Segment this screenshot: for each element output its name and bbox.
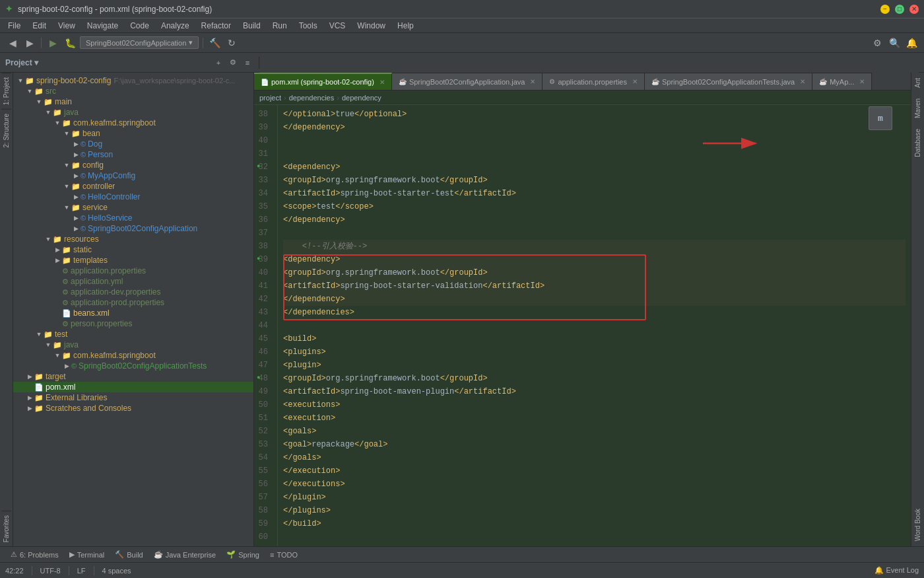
run-config-dropdown[interactable]: SpringBoot02ConfigApplication ▾ — [80, 36, 199, 49]
tab-appprops[interactable]: ⚙application.properties✕ — [543, 73, 645, 90]
code-line-4[interactable]: <dependency> — [283, 161, 906, 174]
toolbar-run-button[interactable]: ▶ — [46, 36, 60, 50]
menu-item-file[interactable]: File — [3, 20, 26, 32]
bottom-tab-java-enterprise[interactable]: ☕Java Enterprise — [148, 549, 221, 560]
code-line-13[interactable]: <artifactId>spring-boot-starter-validati… — [283, 279, 906, 293]
vtab-ant[interactable]: Ant — [913, 73, 923, 93]
tree-item-18[interactable]: ⚙application.properties — [13, 266, 253, 276]
code-line-0[interactable]: </optional>true</optional> — [283, 108, 906, 121]
tree-item-19[interactable]: ⚙application.yml — [13, 276, 253, 287]
code-line-14[interactable]: </dependency> — [283, 293, 906, 306]
toolbar-search-button[interactable]: 🔍 — [887, 36, 902, 50]
tree-item-22[interactable]: 📄beans.xml — [13, 308, 253, 318]
tree-item-26[interactable]: ▼📁com.keafmd.springboot — [13, 350, 253, 361]
code-line-31[interactable]: </build> — [283, 517, 906, 530]
editor-area[interactable]: 38394031●32333435363738●3940414243444546… — [254, 105, 911, 546]
tree-item-31[interactable]: ▶📁Scratches and Consoles — [13, 403, 253, 414]
tree-item-30[interactable]: ▶📁External Libraries — [13, 392, 253, 403]
vtab-database[interactable]: Database — [913, 124, 923, 163]
status-event-log[interactable]: 🔔 Event Log — [874, 566, 919, 575]
code-line-10[interactable]: <!--引入校验--> — [283, 240, 906, 253]
bottom-tab-6--problems[interactable]: ⚠6: Problems — [5, 549, 64, 560]
sidebar-close-icon[interactable]: ≡ — [242, 57, 253, 69]
tree-item-2[interactable]: ▼📁main — [13, 96, 253, 107]
menu-item-tools[interactable]: Tools — [294, 20, 323, 32]
tree-item-8[interactable]: ▼📁config — [13, 160, 253, 170]
tree-item-13[interactable]: ▶©HelloService — [13, 213, 253, 223]
tab-close-myap[interactable]: ✕ — [859, 78, 865, 85]
code-line-27[interactable]: </execution> — [283, 464, 906, 478]
code-line-21[interactable]: <artifactId>spring-boot-maven-plugin</ar… — [283, 385, 906, 398]
tab-close-apptests[interactable]: ✕ — [800, 78, 805, 85]
code-line-1[interactable]: </dependency> — [283, 121, 906, 134]
code-line-12[interactable]: <groupId>org.springframework.boot</group… — [283, 266, 906, 279]
code-line-5[interactable]: <groupId>org.springframework.boot</group… — [283, 174, 906, 187]
tab-pom[interactable]: 📄pom.xml (spring-boot-02-config)✕ — [254, 73, 392, 90]
menu-item-window[interactable]: Window — [352, 20, 391, 32]
toolbar-sync-button[interactable]: ↻ — [224, 36, 239, 50]
sidebar-add-button[interactable]: + — [213, 57, 224, 69]
menu-item-vcs[interactable]: VCS — [324, 20, 351, 32]
menu-item-code[interactable]: Code — [125, 20, 154, 32]
code-line-28[interactable]: </executions> — [283, 478, 906, 491]
tree-item-25[interactable]: ▼📁java — [13, 340, 253, 350]
maven-reload-button[interactable]: m — [869, 106, 892, 130]
tree-item-12[interactable]: ▼📁service — [13, 202, 253, 213]
tab-myap[interactable]: ☕MyAp...✕ — [812, 73, 872, 90]
tree-item-20[interactable]: ⚙application-dev.properties — [13, 287, 253, 297]
tree-item-15[interactable]: ▼📁resources — [13, 234, 253, 244]
vtab-structure[interactable]: 2: Structure — [1, 109, 11, 152]
bc-project[interactable]: project — [259, 94, 281, 102]
bc-dependencies[interactable]: dependencies — [289, 94, 335, 102]
tree-item-24[interactable]: ▼📁test — [13, 329, 253, 340]
vtab-wordbook[interactable]: Word Book — [913, 503, 923, 546]
code-line-3[interactable] — [283, 147, 906, 161]
code-line-22[interactable]: <executions> — [283, 398, 906, 412]
menu-item-refactor[interactable]: Refactor — [196, 20, 236, 32]
menu-item-view[interactable]: View — [53, 20, 81, 32]
tree-item-28[interactable]: ▶📁target — [13, 371, 253, 382]
code-line-18[interactable]: <plugins> — [283, 345, 906, 359]
menu-item-edit[interactable]: Edit — [27, 20, 51, 32]
tree-item-4[interactable]: ▼📁com.keafmd.springboot — [13, 118, 253, 128]
tree-item-27[interactable]: ▶©SpringBoot02ConfigApplicationTests — [13, 361, 253, 371]
tree-item-16[interactable]: ▶📁static — [13, 244, 253, 255]
code-line-25[interactable]: <goal>repackage</goal> — [283, 438, 906, 451]
toolbar-build-button[interactable]: 🔨 — [207, 36, 222, 50]
code-line-19[interactable]: <plugin> — [283, 359, 906, 372]
code-line-30[interactable]: </plugins> — [283, 504, 906, 517]
toolbar-forward-button[interactable]: ▶ — [22, 36, 37, 50]
tree-item-5[interactable]: ▼📁bean — [13, 128, 253, 139]
bottom-tab-terminal[interactable]: ▶Terminal — [64, 549, 110, 560]
tree-item-14[interactable]: ▶©SpringBoot02ConfigApplication — [13, 223, 253, 234]
tree-item-9[interactable]: ▶©MyAppConfig — [13, 170, 253, 181]
code-line-7[interactable]: <scope>test</scope> — [283, 200, 906, 213]
tree-item-29[interactable]: 📄pom.xml — [13, 382, 253, 392]
code-line-17[interactable]: <build> — [283, 332, 906, 345]
code-line-9[interactable] — [283, 227, 906, 240]
bc-dependency[interactable]: dependency — [342, 94, 381, 102]
close-button[interactable]: ✕ — [909, 5, 919, 14]
tab-app[interactable]: ☕SpringBoot02ConfigApplication.java✕ — [392, 73, 543, 90]
code-line-20[interactable]: <groupId>org.springframework.boot</group… — [283, 372, 906, 385]
tree-item-23[interactable]: ⚙person.properties — [13, 318, 253, 329]
tab-apptests[interactable]: ☕SpringBoot02ConfigApplicationTests.java… — [645, 73, 812, 90]
code-line-8[interactable]: </dependency> — [283, 213, 906, 227]
tab-close-app[interactable]: ✕ — [530, 78, 535, 85]
menu-item-help[interactable]: Help — [392, 20, 419, 32]
bottom-tab-todo[interactable]: ≡TODO — [265, 550, 303, 560]
toolbar-debug-button[interactable]: 🐛 — [63, 36, 77, 50]
toolbar-settings-button[interactable]: ⚙ — [870, 36, 884, 50]
tab-close-appprops[interactable]: ✕ — [632, 78, 638, 85]
code-line-33[interactable]: </project> — [283, 544, 906, 546]
tree-item-1[interactable]: ▼📁src — [13, 86, 253, 96]
tree-item-0[interactable]: ▼📁spring-boot-02-configF:\java_workspace… — [13, 75, 253, 86]
minimize-button[interactable]: − — [880, 5, 890, 14]
bottom-tab-build[interactable]: 🔨Build — [110, 549, 148, 560]
code-line-16[interactable] — [283, 319, 906, 332]
code-line-15[interactable]: </dependencies> — [283, 306, 906, 319]
code-line-26[interactable]: </goals> — [283, 451, 906, 464]
menu-item-run[interactable]: Run — [267, 20, 292, 32]
menu-item-build[interactable]: Build — [238, 20, 266, 32]
tree-item-6[interactable]: ▶©Dog — [13, 139, 253, 149]
